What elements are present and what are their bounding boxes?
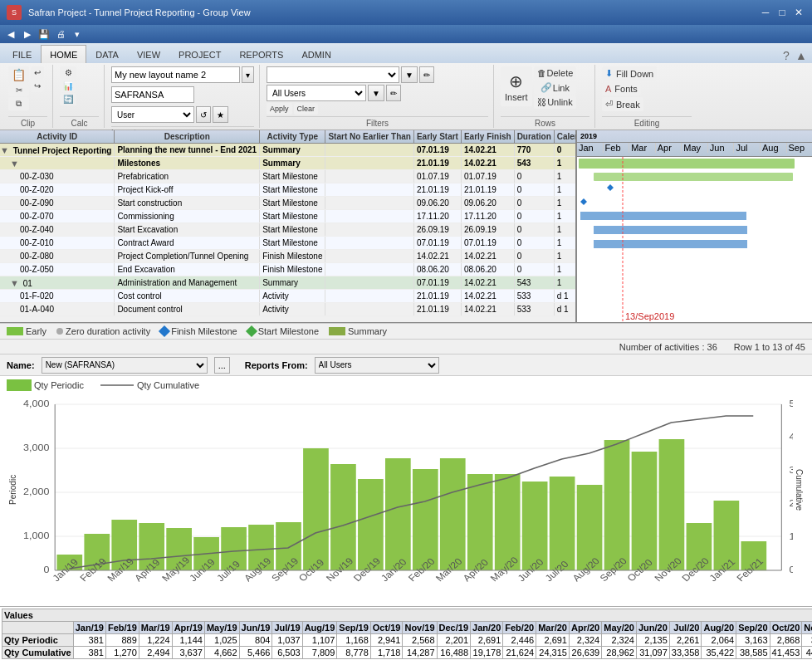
- redo-button[interactable]: ↪: [31, 80, 44, 92]
- expand-button[interactable]: ▼: [10, 159, 19, 169]
- layout-dropdown-btn[interactable]: ▾: [242, 66, 254, 83]
- tab-view[interactable]: VIEW: [128, 45, 169, 63]
- filter-apply-btn[interactable]: Apply: [267, 103, 292, 115]
- values-cell: 19,178: [471, 647, 503, 659]
- clip-group-label: Clip: [8, 116, 47, 128]
- qa-dropdown[interactable]: ▾: [70, 27, 85, 42]
- col-header-early-start: Early Start: [413, 130, 461, 144]
- tab-file[interactable]: FILE: [3, 45, 41, 63]
- cut-button[interactable]: ✂: [8, 84, 29, 96]
- col-header-duration: Duration: [514, 130, 554, 144]
- minimize-button[interactable]: ─: [759, 6, 772, 19]
- name-select[interactable]: New (SAFRANSA): [42, 357, 208, 374]
- cell-description: End Excavation: [115, 263, 260, 276]
- expand-button[interactable]: ▼: [10, 278, 19, 288]
- col-header-type: Activity Type: [260, 130, 325, 144]
- filter-clear-btn[interactable]: Clear: [294, 103, 319, 115]
- unlink-button[interactable]: ⛓ Unlink: [534, 95, 577, 109]
- layout-star-btn[interactable]: ★: [213, 106, 228, 123]
- table-row[interactable]: ▼ 01 Administration and Management Summa…: [0, 276, 577, 290]
- cell-calendar: 1: [554, 263, 577, 276]
- legend-early: Early: [7, 326, 46, 336]
- back-button[interactable]: ◀: [3, 27, 18, 42]
- table-row[interactable]: 01-A-040 Document control Activity 21.01…: [0, 303, 577, 316]
- filter-combo-1[interactable]: [267, 66, 399, 83]
- print-button[interactable]: 🖨: [53, 27, 68, 42]
- values-cell: 889: [105, 634, 139, 647]
- ribbon-content: 📋 ✂ ⧉ ↩ ↪ Clip ⚙ 📊 🔄 Calc: [0, 63, 812, 130]
- copy-button[interactable]: ⧉: [8, 97, 29, 110]
- tab-reports[interactable]: REPORTS: [230, 45, 292, 63]
- table-row[interactable]: 00-Z-030 Prefabrication Start Milestone …: [0, 170, 577, 183]
- insert-button[interactable]: ⊕ Insert: [501, 66, 532, 106]
- legend-zero-line: [56, 328, 63, 335]
- cell-early-start: 08.06.20: [413, 263, 461, 276]
- filter-btn2[interactable]: ▼: [368, 85, 384, 101]
- cell-calendar: d 1: [554, 290, 577, 303]
- tab-project[interactable]: PROJECT: [169, 45, 230, 63]
- values-cell: 31,097: [636, 647, 669, 659]
- expand-button[interactable]: ▼: [0, 145, 9, 155]
- table-row[interactable]: ▼ Tunnel Project Reporting Planning the …: [0, 144, 577, 157]
- table-row[interactable]: 00-Z-010 Contract Award Start Milestone …: [0, 237, 577, 250]
- cell-activity-id: 01-A-040: [0, 303, 115, 316]
- save-button[interactable]: 💾: [37, 27, 51, 42]
- grid-gantt-area: Activity ID Description Activity Type St…: [0, 130, 812, 323]
- ribbon-collapse[interactable]: ▲: [794, 48, 809, 63]
- all-users-select[interactable]: All Users: [267, 85, 366, 101]
- values-cell: 1,270: [105, 647, 139, 659]
- delete-button[interactable]: 🗑 Delete: [534, 66, 577, 80]
- fill-down-button[interactable]: ⬇ Fill Down: [602, 66, 657, 81]
- cell-duration: 543: [514, 276, 554, 290]
- tab-data[interactable]: DATA: [86, 45, 128, 63]
- values-cell: 2,261: [669, 634, 702, 647]
- calc-btn1[interactable]: ⚙: [60, 66, 76, 79]
- fonts-button[interactable]: A Fonts: [602, 82, 641, 95]
- filter-funnel-btn[interactable]: ▼: [401, 66, 418, 83]
- values-cell: 16,488: [437, 647, 470, 659]
- layout-safransa-input[interactable]: [111, 86, 194, 103]
- paste-button[interactable]: 📋: [8, 66, 29, 83]
- cell-start-ne: [325, 144, 413, 157]
- values-month-header: Feb/20: [503, 622, 536, 634]
- tab-home[interactable]: HOME: [41, 45, 86, 63]
- table-row[interactable]: 00-Z-080 Project Completion/Tunnel Openi…: [0, 250, 577, 263]
- table-row[interactable]: ▼ Milestones Summary 21.01.19 14.02.21 5…: [0, 157, 577, 170]
- values-cell: 1,107: [302, 634, 337, 647]
- table-row[interactable]: 00-Z-090 Start construction Start Milest…: [0, 197, 577, 210]
- values-cell: 38,585: [736, 647, 770, 659]
- break-button[interactable]: ⏎ Break: [602, 97, 643, 111]
- table-row[interactable]: 00-Z-020 Project Kick-off Start Mileston…: [0, 183, 577, 197]
- ribbon-help[interactable]: ?: [779, 48, 794, 63]
- values-month-header: Jul/20: [669, 622, 702, 634]
- cell-type: Activity: [260, 303, 325, 316]
- table-row[interactable]: 00-Z-040 Start Excavation Start Mileston…: [0, 223, 577, 237]
- table-row[interactable]: 00-Z-050 End Excavation Finish Milestone…: [0, 263, 577, 276]
- svg-rect-45: [604, 440, 630, 570]
- calc-btn3[interactable]: 🔄: [60, 93, 76, 105]
- layout-user-select[interactable]: User: [111, 106, 194, 123]
- calc-btn2[interactable]: 📊: [60, 80, 76, 92]
- table-row[interactable]: 01-F-020 Cost control Activity 21.01.19 …: [0, 290, 577, 303]
- undo-button[interactable]: ↩: [31, 66, 44, 79]
- cell-calendar: 1: [554, 250, 577, 263]
- name-browse-button[interactable]: ...: [214, 357, 230, 374]
- layout-refresh-btn[interactable]: ↺: [196, 106, 211, 123]
- gantt-header: 2019 Jan Feb Mar Apr May Jun Jul Aug Sep: [577, 130, 812, 157]
- filter-edit-btn[interactable]: ✏: [419, 66, 434, 83]
- layout-name-input[interactable]: [111, 66, 240, 83]
- forward-button[interactable]: ▶: [20, 27, 35, 42]
- svg-marker-2: [607, 184, 614, 191]
- tab-admin[interactable]: ADMIN: [292, 45, 340, 63]
- table-row[interactable]: 00-Z-070 Commissioning Start Milestone 1…: [0, 210, 577, 223]
- values-cell: 35,422: [702, 647, 736, 659]
- cell-early-start: 21.01.19: [413, 290, 461, 303]
- close-button[interactable]: ✕: [792, 6, 805, 19]
- editing-group-content: ⬇ Fill Down A Fonts ⏎ Break: [602, 65, 692, 115]
- link-button[interactable]: 🔗 Link: [534, 81, 577, 95]
- reports-select[interactable]: All Users: [315, 357, 439, 374]
- maximize-button[interactable]: □: [775, 6, 789, 19]
- filter-edit-btn2[interactable]: ✏: [386, 85, 401, 101]
- legend-finish-milestone-icon: [159, 325, 170, 337]
- gantt-bars: 13/Sep2019: [577, 157, 812, 322]
